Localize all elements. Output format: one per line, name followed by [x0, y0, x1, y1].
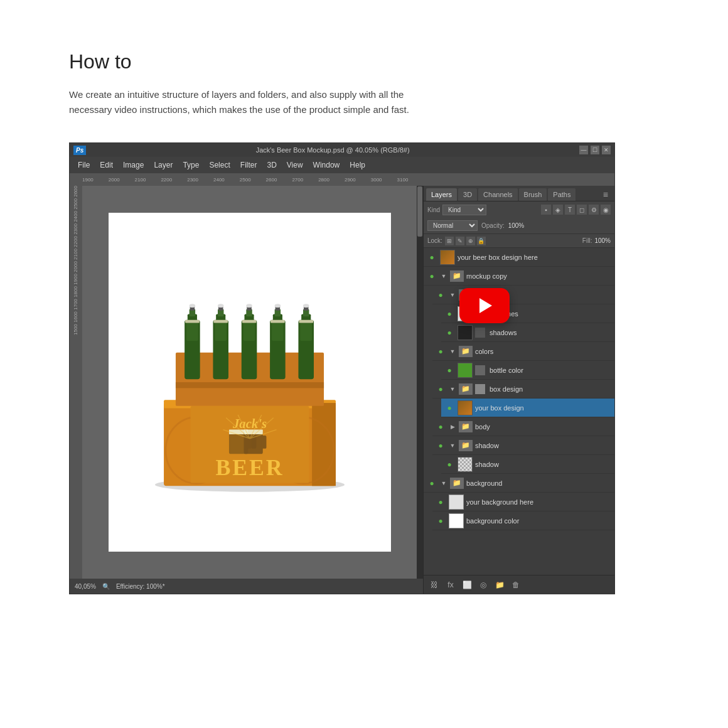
filter-type-icon[interactable]: T: [565, 205, 575, 215]
eye-icon[interactable]: ●: [435, 289, 446, 301]
eye-icon[interactable]: ●: [435, 496, 446, 508]
menu-filter[interactable]: Filter: [236, 159, 262, 171]
filter-adjust-icon[interactable]: ◈: [553, 205, 563, 215]
blend-mode-dropdown[interactable]: Normal: [427, 220, 478, 231]
menu-view[interactable]: View: [282, 159, 308, 171]
ruler-row: 1900 2000 2100 2200 2300 2400 2500 2600 …: [70, 173, 614, 186]
folder-icon[interactable]: 📁: [494, 579, 505, 591]
expand-icon[interactable]: ▼: [449, 291, 456, 299]
expand-icon[interactable]: ▼: [440, 272, 447, 280]
layer-row[interactable]: ● your beer box design here: [424, 248, 614, 267]
layer-row[interactable]: ● shadow: [441, 455, 614, 474]
link-icon[interactable]: ⛓: [429, 579, 440, 591]
scrollbar-thumb-v[interactable]: [417, 186, 422, 237]
layer-row[interactable]: ● ▼ 📁 colors: [432, 342, 614, 361]
vertical-scrollbar[interactable]: [417, 186, 423, 579]
eye-icon[interactable]: ●: [426, 478, 437, 489]
layer-row[interactable]: ● your box design: [441, 399, 614, 417]
layer-name: your beer box design here: [458, 254, 612, 261]
title-bar: Ps Jack's Beer Box Mockup.psd @ 40.05% (…: [70, 143, 614, 157]
folder-icon: 📁: [459, 383, 473, 395]
lock-all-icon[interactable]: 🔒: [477, 237, 486, 245]
tab-paths[interactable]: Paths: [548, 188, 575, 201]
trash-icon[interactable]: 🗑: [510, 579, 522, 591]
eye-icon[interactable]: ●: [444, 402, 455, 414]
expand-icon[interactable]: ▼: [449, 442, 456, 449]
eye-icon[interactable]: ●: [435, 440, 446, 451]
panel-bottom: ⛓ fx ⬜ ◎ 📁 🗑: [424, 575, 614, 594]
filter-toggle-icon[interactable]: ◉: [601, 205, 611, 215]
tab-channels[interactable]: Channels: [478, 188, 517, 201]
filter-pixel-icon[interactable]: ▪: [541, 205, 551, 215]
layer-row[interactable]: ● ▼ 📁 shadow: [432, 436, 614, 455]
menu-file[interactable]: File: [73, 159, 94, 171]
expand-icon[interactable]: ▼: [449, 385, 456, 393]
layer-thumbnail: [458, 325, 473, 340]
window-title: Jack's Beer Box Mockup.psd @ 40.05% (RGB…: [256, 146, 410, 154]
adjustment-icon[interactable]: ◎: [478, 579, 489, 591]
lock-move-icon[interactable]: ⊕: [466, 237, 475, 245]
eye-icon[interactable]: ●: [435, 421, 446, 432]
layer-name: bottle color: [490, 367, 612, 374]
menu-edit[interactable]: Edit: [95, 159, 117, 171]
tab-3d[interactable]: 3D: [458, 188, 477, 201]
menu-select[interactable]: Select: [205, 159, 234, 171]
expand-icon[interactable]: ▼: [449, 348, 456, 355]
layers-panel: Layers 3D Channels Brush Paths ≡ Kind Ki…: [423, 186, 614, 594]
folder-icon: 📁: [450, 478, 464, 489]
eye-icon[interactable]: ●: [426, 252, 437, 263]
menu-window[interactable]: Window: [309, 159, 345, 171]
eye-icon[interactable]: ●: [426, 270, 437, 282]
mask-icon[interactable]: ⬜: [461, 579, 473, 591]
maximize-button[interactable]: ☐: [591, 146, 599, 154]
folder-icon: 📁: [459, 440, 473, 451]
tab-layers[interactable]: Layers: [426, 188, 457, 201]
filter-smart-icon[interactable]: ⚙: [589, 205, 599, 215]
menu-image[interactable]: Image: [119, 159, 148, 171]
lock-transparent-icon[interactable]: ⊞: [445, 237, 454, 245]
eye-icon[interactable]: ●: [435, 383, 446, 395]
mask-thumbnail: [475, 365, 485, 375]
canvas-wrap[interactable]: Jack's: [82, 186, 417, 579]
eye-icon[interactable]: ●: [435, 346, 446, 357]
lock-icons: ⊞ ✎ ⊕ 🔒: [445, 237, 486, 245]
layers-list[interactable]: ● your beer box design here ● ▼ 📁 mockup…: [424, 248, 614, 575]
menu-3d[interactable]: 3D: [262, 159, 281, 171]
filter-dropdown[interactable]: Kind: [442, 205, 486, 215]
layer-row[interactable]: ● ▼ 📁 box design: [432, 380, 614, 399]
menu-type[interactable]: Type: [178, 159, 203, 171]
menu-help[interactable]: Help: [345, 159, 370, 171]
folder-icon: 📁: [450, 270, 464, 282]
eye-icon[interactable]: ●: [444, 308, 455, 319]
eye-icon[interactable]: ●: [444, 327, 455, 338]
close-button[interactable]: ✕: [602, 146, 611, 154]
eye-icon[interactable]: ●: [444, 459, 455, 470]
svg-rect-23: [175, 382, 323, 388]
layer-row[interactable]: ● ▶ 📁 body: [432, 417, 614, 436]
minimize-button[interactable]: —: [579, 146, 588, 154]
eye-icon[interactable]: ●: [435, 515, 446, 527]
tab-brush[interactable]: Brush: [519, 188, 547, 201]
layer-row[interactable]: ● ▼ 📁 mockup copy: [424, 267, 614, 286]
filter-label: Kind: [427, 206, 440, 213]
panel-options-icon[interactable]: ≡: [599, 190, 612, 200]
layer-row[interactable]: ● ▼ 📁 background: [424, 474, 614, 493]
folder-icon: 📁: [459, 421, 473, 432]
expand-icon[interactable]: ▼: [440, 479, 447, 487]
expand-icon[interactable]: ▶: [449, 423, 456, 431]
canvas: Jack's: [109, 213, 391, 552]
layer-row[interactable]: ● background color: [432, 511, 614, 530]
blend-bar: Normal Opacity: 100%: [424, 218, 614, 234]
filter-shape-icon[interactable]: ◻: [577, 205, 587, 215]
fx-icon[interactable]: fx: [445, 579, 456, 591]
layer-row[interactable]: ● shadows: [441, 323, 614, 342]
svg-point-56: [303, 304, 309, 308]
layer-row[interactable]: ● bottle color: [441, 361, 614, 380]
layer-name: background: [466, 479, 612, 487]
youtube-play-button[interactable]: [459, 288, 510, 323]
lock-paint-icon[interactable]: ✎: [456, 237, 464, 245]
svg-rect-57: [300, 323, 312, 341]
layer-row[interactable]: ● your background here: [432, 493, 614, 511]
menu-layer[interactable]: Layer: [149, 159, 177, 171]
eye-icon[interactable]: ●: [444, 365, 455, 376]
